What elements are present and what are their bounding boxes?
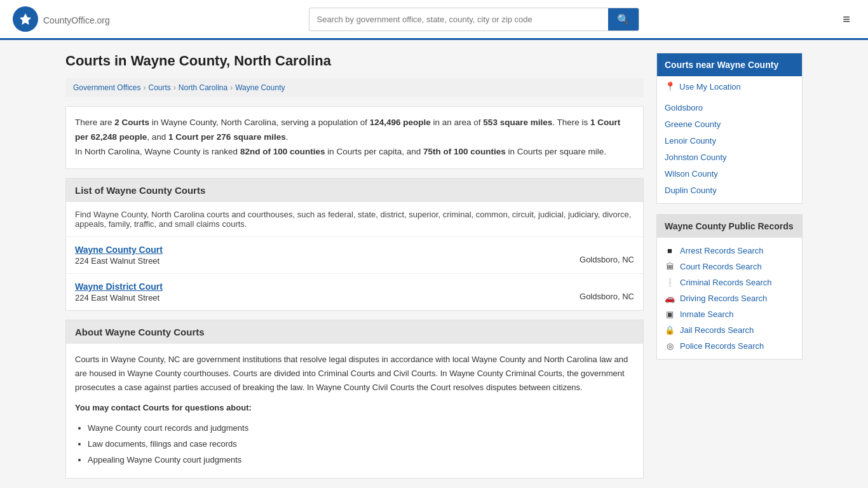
sidebar-item-goldsboro: Goldsboro xyxy=(657,99,802,116)
sidebar-nearby-section: Courts near Wayne County 📍 Use My Locati… xyxy=(656,53,803,204)
search-icon: 🔍 xyxy=(617,14,630,25)
use-location-row: 📍 Use My Location xyxy=(657,76,802,94)
population: 124,496 people xyxy=(370,118,431,127)
court-address-wayne-district: 224 East Walnut Street xyxy=(75,293,163,302)
contact-label: You may contact Courts for questions abo… xyxy=(75,401,634,415)
breadcrumb-state[interactable]: North Carolina xyxy=(179,83,227,92)
driving-records-icon: 🚗 xyxy=(665,294,675,303)
header: CountyOffice.org 🔍 ≡ xyxy=(0,0,868,40)
sidebar-item-duplin: Duplin County xyxy=(657,182,802,198)
court-row-2: Wayne District Court 224 East Walnut Str… xyxy=(75,281,634,302)
jail-records-icon: 🔒 xyxy=(665,325,675,335)
contact-item-3: Appealing Wayne County court judgments xyxy=(88,453,634,467)
nearby-link-duplin[interactable]: Duplin County xyxy=(665,186,717,195)
logo-brand: CountyOffice xyxy=(43,15,95,25)
records-item-arrest: ■ Arrest Records Search xyxy=(657,243,802,259)
court-records-link[interactable]: Court Records Search xyxy=(680,262,762,271)
breadcrumb-sep-1: › xyxy=(144,83,146,92)
main-column: Courts in Wayne County, North Carolina G… xyxy=(65,53,644,487)
breadcrumb-county[interactable]: Wayne County xyxy=(235,83,285,92)
location-pin-icon: 📍 xyxy=(665,81,675,92)
driving-records-link[interactable]: Driving Records Search xyxy=(680,294,767,303)
court-list-desc: Find Wayne County, North Carolina courts… xyxy=(66,202,643,237)
stats-block: There are 2 Courts in Wayne County, Nort… xyxy=(65,106,644,169)
about-title: About Wayne County Courts xyxy=(75,327,205,337)
sidebar: Courts near Wayne County 📍 Use My Locati… xyxy=(656,53,803,487)
contact-bold: You may contact Courts for questions abo… xyxy=(75,403,252,412)
records-links-list: ■ Arrest Records Search 🏛 Court Records … xyxy=(657,238,802,359)
rank-paragraph: In North Carolina, Wayne County is ranke… xyxy=(75,145,634,159)
court-records-icon: 🏛 xyxy=(665,262,675,271)
court-city-wayne-district: Goldsboro, NC xyxy=(580,292,634,301)
about-content: Courts in Wayne County, NC are governmen… xyxy=(66,344,643,478)
nearby-link-johnston[interactable]: Johnston County xyxy=(665,152,727,162)
contact-list: Wayne County court records and judgments… xyxy=(88,421,634,467)
hamburger-menu-button[interactable]: ≡ xyxy=(837,10,855,29)
nearby-link-lenoir[interactable]: Lenoir County xyxy=(665,136,716,146)
contact-item-2: Law documents, filings and case records xyxy=(88,437,634,451)
sidebar-item-greene: Greene County xyxy=(657,116,802,132)
jail-records-link[interactable]: Jail Records Search xyxy=(680,325,754,335)
court-city-wayne-county: Goldsboro, NC xyxy=(580,255,634,264)
police-records-icon: ◎ xyxy=(665,341,675,351)
area: 553 square miles xyxy=(483,118,552,127)
records-item-court: 🏛 Court Records Search xyxy=(657,259,802,274)
rank-area: 75th of 100 counties xyxy=(423,147,506,156)
logo-suffix: .org xyxy=(95,15,110,25)
breadcrumb: Government Offices › Courts › North Caro… xyxy=(65,78,644,97)
about-block: About Wayne County Courts Courts in Wayn… xyxy=(65,320,644,479)
search-button[interactable]: 🔍 xyxy=(608,8,639,30)
nearby-link-wilson[interactable]: Wilson County xyxy=(665,169,718,179)
court-count: 2 Courts xyxy=(114,118,149,127)
records-item-police: ◎ Police Records Search xyxy=(657,338,802,354)
sidebar-nearby-title: Courts near Wayne County xyxy=(657,53,802,76)
court-item-wayne-district: Wayne District Court 224 East Walnut Str… xyxy=(66,274,643,310)
arrest-records-link[interactable]: Arrest Records Search xyxy=(680,246,764,255)
page-title: Courts in Wayne County, North Carolina xyxy=(65,53,644,69)
court-info-left: Wayne County Court 224 East Walnut Stree… xyxy=(75,245,163,266)
sidebar-item-johnston: Johnston County xyxy=(657,149,802,165)
records-item-inmate: ▣ Inmate Search xyxy=(657,306,802,322)
inmate-search-icon: ▣ xyxy=(665,309,675,319)
page-content: Courts in Wayne County, North Carolina G… xyxy=(53,40,815,488)
breadcrumb-gov-offices[interactable]: Government Offices xyxy=(73,83,141,92)
court-address-wayne-county: 224 East Walnut Street xyxy=(75,256,163,266)
records-item-driving: 🚗 Driving Records Search xyxy=(657,290,802,306)
about-body: Courts in Wayne County, NC are governmen… xyxy=(75,353,634,395)
records-item-jail: 🔒 Jail Records Search xyxy=(657,322,802,338)
search-input[interactable] xyxy=(309,10,608,29)
court-name-wayne-county[interactable]: Wayne County Court xyxy=(75,245,163,255)
criminal-records-link[interactable]: Criminal Records Search xyxy=(680,278,772,287)
nearby-links-list: Goldsboro Greene County Lenoir County Jo… xyxy=(657,94,802,203)
court-list-block: List of Wayne County Courts Find Wayne C… xyxy=(65,178,644,311)
court-list-title: List of Wayne County Courts xyxy=(75,185,205,196)
nearby-link-greene[interactable]: Greene County xyxy=(665,119,721,129)
search-bar: 🔍 xyxy=(309,8,639,31)
sidebar-records-section: Wayne County Public Records ■ Arrest Rec… xyxy=(656,214,803,360)
hamburger-icon: ≡ xyxy=(843,12,850,26)
breadcrumb-sep-2: › xyxy=(173,83,176,92)
breadcrumb-courts[interactable]: Courts xyxy=(149,83,171,92)
sidebar-item-lenoir: Lenoir County xyxy=(657,132,802,149)
court-list-header: List of Wayne County Courts xyxy=(66,179,643,202)
nearby-link-goldsboro[interactable]: Goldsboro xyxy=(665,103,703,112)
arrest-icon: ■ xyxy=(665,246,675,255)
court-name-wayne-district[interactable]: Wayne District Court xyxy=(75,281,163,292)
inmate-search-link[interactable]: Inmate Search xyxy=(680,309,734,319)
about-header: About Wayne County Courts xyxy=(66,320,643,344)
criminal-records-icon: ❕ xyxy=(665,278,675,287)
logo-text: CountyOffice.org xyxy=(43,12,110,27)
contact-item-1: Wayne County court records and judgments xyxy=(88,421,634,435)
logo-icon xyxy=(13,6,38,32)
sidebar-records-title: Wayne County Public Records xyxy=(657,215,802,238)
use-location-link[interactable]: Use My Location xyxy=(679,82,741,92)
court-info-left-2: Wayne District Court 224 East Walnut Str… xyxy=(75,281,163,302)
police-records-link[interactable]: Police Records Search xyxy=(680,341,764,351)
court-row: Wayne County Court 224 East Walnut Stree… xyxy=(75,245,634,266)
sidebar-item-wilson: Wilson County xyxy=(657,165,802,182)
records-item-criminal: ❕ Criminal Records Search xyxy=(657,274,802,290)
breadcrumb-sep-3: › xyxy=(230,83,233,92)
logo-area: CountyOffice.org xyxy=(13,6,110,32)
stats-paragraph: There are 2 Courts in Wayne County, Nort… xyxy=(75,116,634,145)
court-item-wayne-county: Wayne County Court 224 East Walnut Stree… xyxy=(66,237,643,274)
